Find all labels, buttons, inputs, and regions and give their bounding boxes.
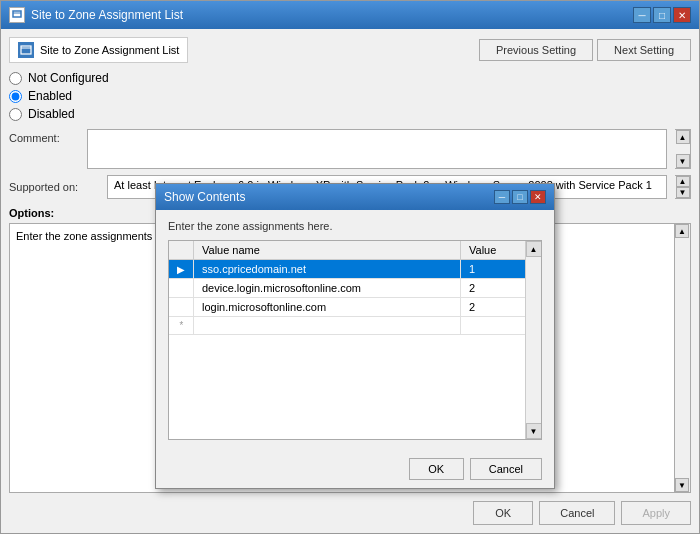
dialog-close-button[interactable]: ✕ <box>530 190 546 204</box>
dialog-content: Enter the zone assignments here. Value n… <box>156 210 554 450</box>
dialog-instruction: Enter the zone assignments here. <box>168 220 542 232</box>
main-window: Site to Zone Assignment List ─ □ ✕ Site … <box>0 0 700 534</box>
window-title: Site to Zone Assignment List <box>31 8 183 22</box>
row-indicator <box>169 298 194 317</box>
row-value-name: sso.cpricedomain.net <box>194 260 461 279</box>
row-indicator <box>169 279 194 298</box>
dialog-controls: ─ □ ✕ <box>494 190 546 204</box>
dialog-maximize-button[interactable]: □ <box>512 190 528 204</box>
dialog-cancel-button[interactable]: Cancel <box>470 458 542 480</box>
dialog-minimize-button[interactable]: ─ <box>494 190 510 204</box>
minimize-button[interactable]: ─ <box>633 7 651 23</box>
table-row[interactable]: ▶sso.cpricedomain.net1 <box>169 260 541 279</box>
row-indicator: ▶ <box>169 260 194 279</box>
indicator-col-header <box>169 241 194 260</box>
window-controls: ─ □ ✕ <box>633 7 691 23</box>
dialog-ok-button[interactable]: OK <box>409 458 464 480</box>
row-value-name: device.login.microsoftonline.com <box>194 279 461 298</box>
value-name-col-header: Value name <box>194 241 461 260</box>
row-value-name: login.microsoftonline.com <box>194 298 461 317</box>
dialog-title-bar: Show Contents ─ □ ✕ <box>156 184 554 210</box>
table-row[interactable]: device.login.microsoftonline.com2 <box>169 279 541 298</box>
dialog-table: Value name Value ▶sso.cpricedomain.net1d… <box>169 241 541 335</box>
svg-rect-0 <box>13 11 21 17</box>
modal-overlay: Show Contents ─ □ ✕ Enter the zone assig… <box>0 28 700 534</box>
table-header-row: Value name Value <box>169 241 541 260</box>
new-row-name <box>194 317 461 335</box>
table-new-row[interactable]: * <box>169 317 541 335</box>
new-row-indicator: * <box>169 317 194 335</box>
app-icon <box>9 7 25 23</box>
table-row[interactable]: login.microsoftonline.com2 <box>169 298 541 317</box>
title-bar-left: Site to Zone Assignment List <box>9 7 183 23</box>
title-bar: Site to Zone Assignment List ─ □ ✕ <box>1 1 699 29</box>
maximize-button[interactable]: □ <box>653 7 671 23</box>
show-contents-dialog: Show Contents ─ □ ✕ Enter the zone assig… <box>155 183 555 489</box>
dialog-table-scrollbar: ▲ ▼ <box>525 241 541 439</box>
dialog-title: Show Contents <box>164 190 245 204</box>
dialog-scroll-up[interactable]: ▲ <box>526 241 542 257</box>
close-button[interactable]: ✕ <box>673 7 691 23</box>
dialog-scroll-down[interactable]: ▼ <box>526 423 542 439</box>
dialog-footer: OK Cancel <box>156 450 554 488</box>
dialog-table-container: Value name Value ▶sso.cpricedomain.net1d… <box>168 240 542 440</box>
